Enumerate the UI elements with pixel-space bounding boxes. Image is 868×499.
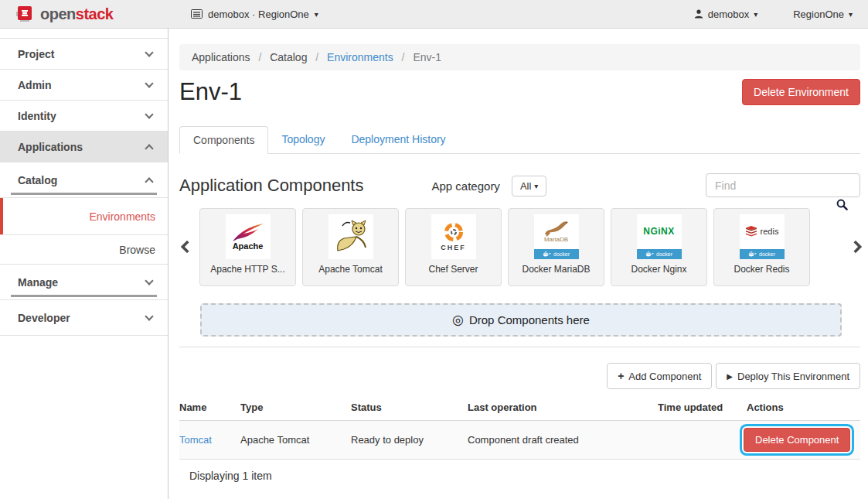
col-last-operation: Last operation bbox=[468, 402, 658, 413]
tab-components[interactable]: Components bbox=[179, 126, 268, 154]
table-footer: Displaying 1 item bbox=[189, 470, 853, 482]
app-category-label: App category bbox=[431, 179, 499, 193]
app-card-label: Docker Redis bbox=[734, 264, 789, 275]
sidebar-item-project[interactable]: Project bbox=[0, 39, 168, 70]
col-actions: Actions bbox=[747, 402, 860, 413]
sidebar-item-label: Environments bbox=[89, 210, 155, 223]
table-header-row: Name Type Status Last operation Time upd… bbox=[179, 394, 860, 421]
app-card-label: Docker Nginx bbox=[631, 264, 686, 275]
docker-badge: docker bbox=[740, 249, 785, 259]
deploy-environment-button[interactable]: ▶ Deploy This Environment bbox=[716, 363, 860, 389]
col-name: Name bbox=[179, 402, 240, 413]
component-name-link[interactable]: Tomcat bbox=[179, 434, 212, 446]
region-menu[interactable]: RegionOne ▾ bbox=[793, 9, 853, 20]
active-item-accent-bar bbox=[0, 198, 3, 234]
col-time-updated: Time updated bbox=[658, 402, 747, 413]
sidebar-item-label: Admin bbox=[18, 79, 52, 91]
chevron-down-icon bbox=[145, 79, 153, 87]
tab-topology[interactable]: Topology bbox=[268, 126, 338, 153]
main-content: Applications / Catalog / Environments / … bbox=[169, 29, 868, 499]
context-switcher-label: demobox · RegionOne bbox=[208, 9, 309, 20]
breadcrumb-catalog[interactable]: Catalog bbox=[270, 51, 307, 63]
tab-bar: Components Topology Deployment History bbox=[179, 126, 860, 154]
sidebar-item-label: Project bbox=[18, 48, 54, 60]
sidebar-item-label: Browse bbox=[119, 244, 155, 256]
docker-whale-icon bbox=[543, 251, 551, 257]
sidebar-stub bbox=[0, 29, 168, 39]
find-input[interactable] bbox=[706, 173, 860, 197]
page-title: Env-1 bbox=[179, 79, 242, 105]
panel-title: Application Components bbox=[179, 176, 363, 196]
app-card-label: Apache HTTP S... bbox=[210, 264, 285, 275]
top-header: openstack demobox · RegionOne ▾ demobox … bbox=[0, 0, 868, 29]
components-table: Name Type Status Last operation Time upd… bbox=[179, 394, 860, 482]
app-card-chef-server[interactable]: CHEF Chef Server bbox=[405, 208, 502, 286]
openstack-cube-icon bbox=[15, 5, 34, 22]
chevron-left-icon bbox=[181, 241, 194, 254]
sidebar-item-environments[interactable]: Environments bbox=[0, 198, 168, 235]
breadcrumb-current: Env-1 bbox=[413, 51, 441, 63]
carousel-prev-button[interactable] bbox=[179, 242, 199, 251]
add-component-button[interactable]: + Add Component bbox=[607, 363, 712, 389]
project-region-switcher[interactable]: demobox · RegionOne ▾ bbox=[191, 9, 318, 20]
user-menu-label: demobox bbox=[708, 9, 749, 20]
breadcrumb-applications[interactable]: Applications bbox=[192, 51, 250, 63]
sidebar-item-applications[interactable]: Applications bbox=[0, 132, 168, 162]
search-icon[interactable] bbox=[836, 199, 848, 210]
app-card-label: Apache Tomcat bbox=[318, 264, 383, 275]
component-type: Apache Tomcat bbox=[240, 434, 351, 446]
table-row: Tomcat Apache Tomcat Ready to deploy Com… bbox=[179, 421, 860, 460]
sidebar-nav: Project Admin Identity Applications Cata… bbox=[0, 29, 168, 499]
category-filter-dropdown[interactable]: All ▾ bbox=[512, 176, 546, 197]
delete-component-button[interactable]: Delete Component bbox=[744, 428, 850, 452]
region-menu-label: RegionOne bbox=[793, 9, 844, 20]
redis-logo: redis docker bbox=[740, 214, 785, 259]
play-icon: ▶ bbox=[727, 372, 733, 381]
caret-down-icon: ▾ bbox=[315, 10, 318, 19]
docker-badge: docker bbox=[534, 249, 579, 259]
components-carousel: Apache Apache HTTP S... bbox=[179, 207, 860, 286]
drop-components-zone[interactable]: ◎ Drop Components here bbox=[200, 303, 842, 337]
chevron-down-icon bbox=[145, 276, 153, 285]
breadcrumb-environments-link[interactable]: Environments bbox=[327, 51, 393, 63]
sidebar-item-label: Identity bbox=[18, 110, 56, 122]
app-card-apache-http[interactable]: Apache Apache HTTP S... bbox=[199, 208, 296, 286]
caret-down-icon: ▾ bbox=[849, 10, 853, 19]
sidebar-item-label: Manage bbox=[18, 276, 58, 289]
sidebar-item-label: Applications bbox=[18, 141, 83, 153]
caret-down-icon: ▾ bbox=[754, 10, 757, 19]
openstack-logo[interactable]: openstack bbox=[15, 5, 174, 23]
app-card-docker-nginx[interactable]: NGiNX docker Docker Nginx bbox=[611, 208, 707, 286]
tab-deployment-history[interactable]: Deployment History bbox=[338, 126, 458, 153]
app-card-docker-mariadb[interactable]: MariaDB docker Docker MariaDB bbox=[508, 208, 604, 286]
sidebar-item-catalog[interactable]: Catalog bbox=[0, 162, 168, 198]
sidebar-item-label: Catalog bbox=[18, 174, 57, 186]
carousel-next-button[interactable] bbox=[840, 242, 860, 251]
brand-wordmark: openstack bbox=[40, 5, 113, 23]
highlight-box: Delete Component bbox=[744, 428, 850, 452]
section-divider bbox=[179, 347, 860, 347]
chevron-down-icon bbox=[145, 48, 153, 56]
app-card-label: Chef Server bbox=[428, 264, 478, 275]
sidebar-item-manage[interactable]: Manage bbox=[0, 265, 168, 300]
user-icon bbox=[694, 9, 703, 19]
col-status: Status bbox=[351, 402, 468, 413]
sidebar-item-admin[interactable]: Admin bbox=[0, 70, 168, 101]
category-filter-value: All bbox=[520, 180, 531, 192]
app-card-docker-redis[interactable]: redis docker Docker Redis bbox=[713, 208, 810, 286]
component-last-operation: Component draft created bbox=[468, 434, 658, 446]
chef-logo: CHEF bbox=[431, 214, 476, 259]
sidebar-item-label: Developer bbox=[18, 312, 70, 324]
app-card-apache-tomcat[interactable]: Apache Tomcat bbox=[302, 208, 399, 286]
sidebar-item-identity[interactable]: Identity bbox=[0, 101, 168, 132]
sidebar-item-developer[interactable]: Developer bbox=[0, 300, 168, 336]
sidebar-item-browse[interactable]: Browse bbox=[0, 235, 168, 265]
dropzone-label: Drop Components here bbox=[469, 313, 590, 326]
chevron-down-icon bbox=[145, 312, 153, 320]
user-menu[interactable]: demobox ▾ bbox=[694, 9, 758, 20]
breadcrumb: Applications / Catalog / Environments / … bbox=[179, 44, 860, 70]
delete-environment-button[interactable]: Delete Environment bbox=[742, 79, 860, 105]
tomcat-logo bbox=[328, 214, 373, 259]
chevron-down-icon bbox=[145, 110, 153, 118]
chevron-up-icon bbox=[145, 177, 153, 186]
